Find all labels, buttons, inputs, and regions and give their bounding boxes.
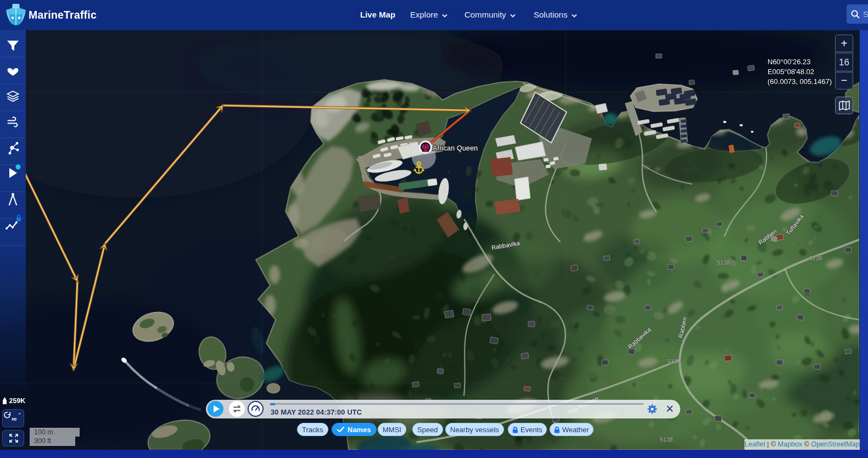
svg-text:5138: 5138 [668,358,681,365]
svg-text:5138: 5138 [809,255,822,261]
svg-text:5138: 5138 [717,259,730,266]
svg-text:″: ″ [19,412,21,418]
svg-text:∞: ∞ [12,415,16,423]
svg-text:African Queen: African Queen [433,144,478,152]
